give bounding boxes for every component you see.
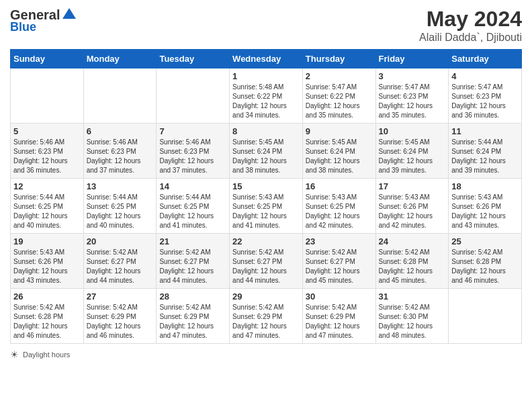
day-number: 13 (87, 181, 154, 191)
day-info: Sunrise: 5:46 AM Sunset: 6:23 PM Dayligh… (159, 138, 226, 175)
day-info: Sunrise: 5:47 AM Sunset: 6:23 PM Dayligh… (451, 83, 519, 120)
calendar-cell (449, 289, 522, 344)
day-info: Sunrise: 5:42 AM Sunset: 6:29 PM Dayligh… (232, 303, 300, 340)
calendar-cell: 20Sunrise: 5:42 AM Sunset: 6:27 PM Dayli… (83, 234, 157, 289)
logo: General Blue (10, 7, 77, 34)
day-info: Sunrise: 5:43 AM Sunset: 6:25 PM Dayligh… (306, 193, 373, 230)
day-number: 19 (13, 236, 81, 246)
day-info: Sunrise: 5:48 AM Sunset: 6:22 PM Dayligh… (232, 83, 300, 120)
calendar-header-wednesday: Wednesday (230, 50, 303, 68)
calendar-cell: 25Sunrise: 5:42 AM Sunset: 6:28 PM Dayli… (449, 234, 522, 289)
day-number: 10 (379, 126, 446, 136)
calendar-cell: 8Sunrise: 5:45 AM Sunset: 6:24 PM Daylig… (230, 124, 303, 179)
day-number: 22 (232, 236, 300, 246)
page-header: General Blue May 2024 Alaili Dadda`, Dji… (10, 7, 522, 44)
calendar-cell: 16Sunrise: 5:43 AM Sunset: 6:25 PM Dayli… (302, 179, 375, 234)
day-number: 4 (451, 71, 519, 81)
calendar-cell (83, 68, 157, 124)
calendar-cell: 21Sunrise: 5:42 AM Sunset: 6:27 PM Dayli… (157, 234, 230, 289)
day-info: Sunrise: 5:42 AM Sunset: 6:27 PM Dayligh… (232, 248, 300, 285)
day-info: Sunrise: 5:42 AM Sunset: 6:30 PM Dayligh… (379, 303, 446, 340)
title-block: May 2024 Alaili Dadda`, Djibouti (419, 7, 522, 44)
sun-icon: ☀ (10, 349, 19, 360)
calendar-cell: 23Sunrise: 5:42 AM Sunset: 6:27 PM Dayli… (302, 234, 375, 289)
subtitle: Alaili Dadda`, Djibouti (419, 32, 522, 44)
day-number: 6 (87, 126, 154, 136)
logo-icon (61, 7, 77, 23)
calendar-cell: 7Sunrise: 5:46 AM Sunset: 6:23 PM Daylig… (157, 124, 230, 179)
day-number: 27 (87, 291, 154, 302)
day-number: 28 (159, 291, 226, 302)
calendar-cell: 9Sunrise: 5:45 AM Sunset: 6:24 PM Daylig… (302, 124, 375, 179)
day-number: 14 (159, 181, 226, 191)
calendar-week-row: 26Sunrise: 5:42 AM Sunset: 6:28 PM Dayli… (11, 289, 522, 344)
day-number: 30 (306, 291, 373, 302)
day-info: Sunrise: 5:43 AM Sunset: 6:26 PM Dayligh… (13, 248, 81, 285)
day-number: 29 (232, 291, 300, 302)
day-info: Sunrise: 5:47 AM Sunset: 6:22 PM Dayligh… (306, 83, 373, 120)
day-number: 15 (232, 181, 300, 191)
day-number: 24 (379, 236, 446, 246)
calendar-cell (11, 68, 84, 124)
day-number: 25 (451, 236, 519, 246)
calendar-cell: 30Sunrise: 5:42 AM Sunset: 6:29 PM Dayli… (302, 289, 375, 344)
logo-blue-text: Blue (10, 20, 36, 34)
calendar-header-saturday: Saturday (449, 50, 522, 68)
day-info: Sunrise: 5:46 AM Sunset: 6:23 PM Dayligh… (13, 138, 81, 175)
footer-label: Daylight hours (23, 351, 70, 359)
calendar-cell: 27Sunrise: 5:42 AM Sunset: 6:29 PM Dayli… (83, 289, 157, 344)
day-number: 18 (451, 181, 519, 191)
day-info: Sunrise: 5:43 AM Sunset: 6:26 PM Dayligh… (451, 193, 519, 230)
day-info: Sunrise: 5:45 AM Sunset: 6:24 PM Dayligh… (379, 138, 446, 175)
day-number: 17 (379, 181, 446, 191)
day-number: 5 (13, 126, 81, 136)
day-info: Sunrise: 5:45 AM Sunset: 6:24 PM Dayligh… (306, 138, 373, 175)
day-info: Sunrise: 5:43 AM Sunset: 6:26 PM Dayligh… (379, 193, 446, 230)
day-number: 8 (232, 126, 300, 136)
calendar-header-friday: Friday (375, 50, 449, 68)
day-info: Sunrise: 5:45 AM Sunset: 6:24 PM Dayligh… (232, 138, 300, 175)
calendar-cell (157, 68, 230, 124)
calendar-cell: 14Sunrise: 5:44 AM Sunset: 6:25 PM Dayli… (157, 179, 230, 234)
day-info: Sunrise: 5:42 AM Sunset: 6:27 PM Dayligh… (159, 248, 226, 285)
day-info: Sunrise: 5:43 AM Sunset: 6:25 PM Dayligh… (232, 193, 300, 230)
day-number: 12 (13, 181, 81, 191)
day-info: Sunrise: 5:42 AM Sunset: 6:27 PM Dayligh… (306, 248, 373, 285)
day-number: 16 (306, 181, 373, 191)
calendar-cell: 17Sunrise: 5:43 AM Sunset: 6:26 PM Dayli… (375, 179, 449, 234)
day-number: 23 (306, 236, 373, 246)
day-info: Sunrise: 5:42 AM Sunset: 6:28 PM Dayligh… (13, 303, 81, 340)
calendar-cell: 22Sunrise: 5:42 AM Sunset: 6:27 PM Dayli… (230, 234, 303, 289)
calendar-cell: 4Sunrise: 5:47 AM Sunset: 6:23 PM Daylig… (449, 68, 522, 124)
footer-note: ☀ Daylight hours (10, 349, 522, 360)
calendar-cell: 18Sunrise: 5:43 AM Sunset: 6:26 PM Dayli… (449, 179, 522, 234)
calendar-cell: 3Sunrise: 5:47 AM Sunset: 6:23 PM Daylig… (375, 68, 449, 124)
calendar-header-row: SundayMondayTuesdayWednesdayThursdayFrid… (11, 50, 522, 68)
svg-marker-0 (62, 8, 76, 19)
calendar-header-monday: Monday (83, 50, 157, 68)
day-number: 21 (159, 236, 226, 246)
calendar-table: SundayMondayTuesdayWednesdayThursdayFrid… (10, 49, 522, 344)
calendar-cell: 6Sunrise: 5:46 AM Sunset: 6:23 PM Daylig… (83, 124, 157, 179)
calendar-cell: 31Sunrise: 5:42 AM Sunset: 6:30 PM Dayli… (375, 289, 449, 344)
calendar-header-sunday: Sunday (11, 50, 84, 68)
calendar-week-row: 1Sunrise: 5:48 AM Sunset: 6:22 PM Daylig… (11, 68, 522, 124)
day-info: Sunrise: 5:47 AM Sunset: 6:23 PM Dayligh… (379, 83, 446, 120)
calendar-cell: 1Sunrise: 5:48 AM Sunset: 6:22 PM Daylig… (230, 68, 303, 124)
day-info: Sunrise: 5:42 AM Sunset: 6:29 PM Dayligh… (87, 303, 154, 340)
day-info: Sunrise: 5:44 AM Sunset: 6:25 PM Dayligh… (159, 193, 226, 230)
day-number: 3 (379, 71, 446, 81)
calendar-header-thursday: Thursday (302, 50, 375, 68)
day-info: Sunrise: 5:44 AM Sunset: 6:25 PM Dayligh… (87, 193, 154, 230)
day-number: 31 (379, 291, 446, 302)
calendar-week-row: 12Sunrise: 5:44 AM Sunset: 6:25 PM Dayli… (11, 179, 522, 234)
calendar-cell: 10Sunrise: 5:45 AM Sunset: 6:24 PM Dayli… (375, 124, 449, 179)
day-number: 1 (232, 71, 300, 81)
calendar-cell: 29Sunrise: 5:42 AM Sunset: 6:29 PM Dayli… (230, 289, 303, 344)
day-number: 7 (159, 126, 226, 136)
day-number: 26 (13, 291, 81, 302)
day-number: 2 (306, 71, 373, 81)
day-info: Sunrise: 5:44 AM Sunset: 6:25 PM Dayligh… (13, 193, 81, 230)
calendar-week-row: 5Sunrise: 5:46 AM Sunset: 6:23 PM Daylig… (11, 124, 522, 179)
calendar-cell: 11Sunrise: 5:44 AM Sunset: 6:24 PM Dayli… (449, 124, 522, 179)
